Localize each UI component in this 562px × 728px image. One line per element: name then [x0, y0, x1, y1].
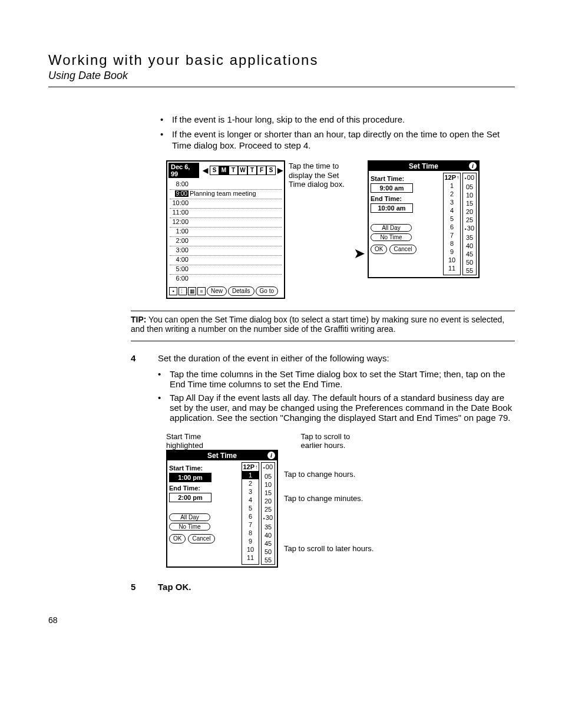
page-number: 68 — [48, 615, 515, 625]
prev-week-icon[interactable]: ◀ — [203, 166, 208, 174]
weekview-icon[interactable]: ⋮⋮ — [178, 287, 187, 295]
hour-column-2[interactable]: 12P↑ 1 2 3 4 5 6 7 8 9 10 11 — [242, 462, 259, 565]
fig2-label-start-highlight: Start Time highlighted — [166, 432, 227, 450]
start-time-field[interactable]: 9:00 am — [371, 183, 413, 193]
step-4-text: Set the duration of the event in either … — [158, 353, 515, 363]
header-subtitle: Using Date Book — [48, 70, 515, 82]
tip-box: TIP: You can open the Set Time dialog bo… — [131, 315, 515, 337]
next-week-icon[interactable]: ▶ — [277, 166, 283, 174]
fig2-label-scroll-later: Tap to scroll to later hours. — [284, 544, 373, 553]
hour-column[interactable]: 12P↑ 1 2 3 4 5 6 7 8 9 10 11 — [443, 173, 461, 275]
figure-1: Dec 6, 99 ◀ S M T W T F S ▶ 8:00 9:00Pla… — [166, 160, 515, 299]
day-selector[interactable]: S M T W T F S — [210, 166, 276, 175]
page-header: Working with your basic applications Usi… — [48, 52, 515, 87]
set-time-dialog-1: Set Time i Start Time: 9:00 am End Time:… — [368, 160, 480, 278]
figure1-caption: Tap the time to display the Set Time dia… — [285, 160, 351, 189]
set-time-dialog-2: Set Time i Start Time: 1:00 pm End Time:… — [166, 450, 278, 568]
all-day-button-2[interactable]: All Day — [169, 513, 210, 521]
info-icon[interactable]: i — [469, 162, 477, 170]
agendaview-icon[interactable]: ≡ — [197, 287, 206, 295]
header-title: Working with your basic applications — [48, 52, 515, 68]
start-time-field-2[interactable]: 1:00 pm — [169, 473, 211, 482]
no-time-button[interactable]: No Time — [371, 233, 412, 241]
fig2-label-hours: Tap to change hours. — [284, 470, 373, 479]
monthview-icon[interactable]: ▦ — [188, 287, 196, 295]
ok-button[interactable]: OK — [371, 245, 387, 254]
dialog-title: Set Time — [409, 162, 438, 170]
cancel-button[interactable]: Cancel — [389, 245, 416, 254]
start-time-label-2: Start Time: — [169, 465, 240, 472]
step-5: 5 Tap OK. — [131, 582, 515, 592]
ok-button-2[interactable]: OK — [169, 534, 186, 543]
date-label: Dec 6, 99 — [168, 163, 199, 178]
hour-list[interactable]: 8:00 9:00Planning team meeting 10:00 11:… — [167, 179, 284, 285]
step-4: 4 Set the duration of the event in eithe… — [131, 353, 515, 426]
no-time-button-2[interactable]: No Time — [169, 523, 210, 531]
step4-bullet-2: Tap All Day if the event lasts all day. … — [158, 393, 515, 423]
intro-bullet-1: If the event is 1-hour long, skip to the… — [160, 114, 515, 126]
end-time-field-2[interactable]: 2:00 pm — [169, 493, 211, 502]
cancel-button-2[interactable]: Cancel — [188, 534, 214, 543]
intro-bullet-2: If the event is longer or shorter than a… — [160, 129, 515, 151]
datebook-screen: Dec 6, 99 ◀ S M T W T F S ▶ 8:00 9:00Pla… — [166, 160, 285, 299]
goto-button[interactable]: Go to — [256, 286, 278, 296]
figure-2: Start Time highlighted Tap to scroll to … — [166, 432, 515, 568]
end-time-label-2: End Time: — [169, 485, 240, 492]
minute-column-2[interactable]: 00 05 10 15 20 25 30 35 40 45 50 55 — [261, 462, 275, 565]
step4-bullet-1: Tap the time columns in the Set Time dia… — [158, 369, 515, 389]
start-time-label: Start Time: — [371, 175, 441, 182]
details-button[interactable]: Details — [228, 286, 254, 296]
step-5-text: Tap OK. — [158, 582, 191, 592]
info-icon-2[interactable]: i — [267, 452, 275, 459]
tip-text: You can open the Set Time dialog box (to… — [131, 315, 504, 334]
minute-column[interactable]: 00 05 10 15 20 25 30 35 40 45 50 55 — [462, 173, 477, 275]
fig2-label-scroll-earlier: Tap to scroll to earlier hours. — [300, 432, 373, 450]
end-time-field[interactable]: 10:00 am — [371, 203, 413, 213]
fig2-label-minutes: Tap to change minutes. — [284, 494, 373, 503]
new-button[interactable]: New — [207, 286, 227, 296]
intro-bullets: If the event is 1-hour long, skip to the… — [160, 114, 515, 151]
dayview-icon[interactable]: ▪ — [169, 287, 177, 295]
end-time-label: End Time: — [371, 195, 441, 202]
all-day-button[interactable]: All Day — [371, 224, 412, 232]
dialog-title-2: Set Time — [207, 452, 237, 460]
arrow-right-icon: ➤ — [351, 245, 368, 262]
tip-label: TIP: — [131, 315, 146, 324]
